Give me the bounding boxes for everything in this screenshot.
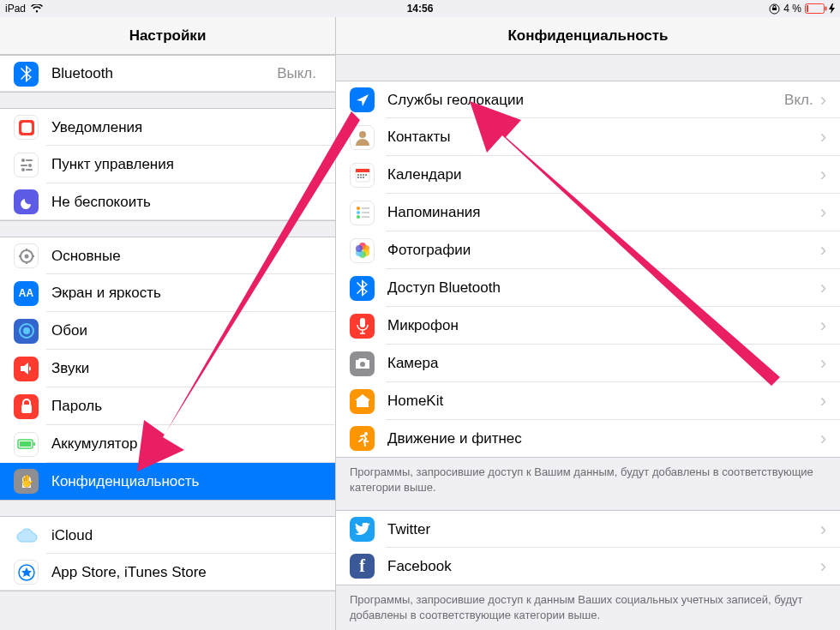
chevron-right-icon: › (820, 128, 826, 147)
svg-rect-11 (26, 169, 33, 171)
svg-text:✋: ✋ (19, 474, 34, 489)
svg-rect-31 (360, 174, 362, 176)
group-footer: Программы, запросившие доступ к данным В… (336, 585, 840, 622)
row-label: Обои (51, 322, 321, 339)
sidebar-item-notifications[interactable]: Уведомления (0, 108, 335, 146)
battery-percent: 4 % (783, 3, 801, 15)
detail-item-facebook[interactable]: f Facebook › (336, 548, 840, 585)
sidebar-item-display[interactable]: AA Экран и яркость (0, 274, 335, 312)
svg-rect-33 (365, 174, 367, 176)
chevron-right-icon: › (820, 203, 826, 222)
sidebar-item-dnd[interactable]: Не беспокоить (0, 183, 335, 221)
chevron-right-icon: › (820, 91, 826, 110)
svg-rect-3 (825, 7, 827, 11)
svg-rect-42 (362, 216, 369, 218)
photos-icon (350, 238, 375, 263)
chevron-right-icon: › (820, 241, 826, 260)
wifi-icon (31, 4, 43, 13)
detail-nav: Конфиденциальность (336, 17, 840, 55)
icloud-icon (14, 523, 39, 548)
svg-point-19 (23, 327, 30, 334)
detail-item-location[interactable]: Службы геолокации Вкл. › (336, 81, 840, 118)
detail-item-twitter[interactable]: Twitter › (336, 510, 840, 548)
row-label: Facebook (387, 558, 820, 575)
svg-point-6 (21, 159, 25, 162)
display-icon: AA (14, 281, 39, 306)
row-label: Контакты (387, 129, 820, 146)
svg-rect-35 (360, 177, 362, 178)
detail-item-reminders[interactable]: Напоминания › (336, 194, 840, 231)
facebook-icon: f (350, 554, 375, 579)
svg-point-13 (24, 254, 28, 258)
svg-rect-36 (363, 177, 364, 178)
appstore-icon (14, 560, 39, 585)
sounds-icon (14, 357, 39, 381)
sidebar-item-appstore[interactable]: App Store, iTunes Store (0, 554, 335, 591)
detail-item-contacts[interactable]: Контакты › (336, 118, 840, 156)
status-bar: iPad 14:56 4 % (0, 0, 840, 17)
row-label: Bluetooth (51, 65, 277, 82)
sidebar-item-passcode[interactable]: Пароль (0, 387, 335, 425)
svg-rect-29 (356, 169, 369, 172)
svg-rect-30 (357, 174, 359, 176)
detail-item-motion[interactable]: Движение и фитнес › (336, 420, 840, 458)
detail-item-microphone[interactable]: Микрофон › (336, 307, 840, 345)
svg-rect-34 (357, 177, 359, 178)
detail-item-photos[interactable]: Фотографии › (336, 231, 840, 269)
detail-item-camera[interactable]: Камера › (336, 345, 840, 382)
sidebar-item-wallpaper[interactable]: Обои (0, 312, 335, 350)
detail-item-homekit[interactable]: HomeKit › (336, 382, 840, 420)
row-label: Календари (387, 166, 820, 183)
svg-point-10 (21, 168, 25, 171)
sidebar-item-sounds[interactable]: Звуки (0, 350, 335, 387)
detail-item-calendars[interactable]: Календари › (336, 156, 840, 194)
sidebar-item-control-center[interactable]: Пункт управления (0, 146, 335, 183)
svg-point-8 (28, 164, 32, 167)
microphone-icon (350, 314, 375, 339)
sidebar-title: Настройки (129, 27, 207, 45)
twitter-icon (350, 517, 375, 542)
bluetooth-icon (14, 62, 39, 87)
row-label: Не беспокоить (51, 194, 321, 211)
bluetooth-share-icon (350, 276, 375, 301)
dnd-icon (14, 189, 39, 214)
svg-rect-49 (360, 318, 365, 327)
row-label: HomeKit (387, 393, 820, 410)
camera-icon (350, 351, 375, 376)
row-label: Напоминания (387, 204, 820, 221)
group-footer: Программы, запросившие доступ к Вашим да… (336, 458, 840, 495)
general-icon (14, 243, 39, 268)
location-icon (350, 87, 375, 112)
battery-icon (805, 3, 835, 14)
sidebar-item-privacy[interactable]: ✋ Конфиденциальность (0, 463, 335, 501)
settings-sidebar: Настройки Bluetooth Выкл. Уведомления Пу… (0, 17, 336, 630)
calendar-icon (350, 163, 375, 188)
svg-point-50 (360, 362, 365, 367)
chevron-right-icon: › (820, 557, 826, 576)
battery-icon (14, 432, 39, 457)
privacy-icon: ✋ (14, 469, 39, 494)
detail-title: Конфиденциальность (507, 27, 668, 45)
row-label: Доступ Bluetooth (387, 279, 820, 297)
orientation-lock-icon (769, 3, 780, 15)
svg-rect-41 (362, 212, 369, 213)
chevron-right-icon: › (820, 354, 826, 373)
row-label: Камера (387, 355, 820, 372)
detail-item-bt-sharing[interactable]: Доступ Bluetooth › (336, 269, 840, 307)
sidebar-item-bluetooth[interactable]: Bluetooth Выкл. (0, 55, 335, 93)
svg-point-39 (357, 215, 360, 219)
svg-rect-20 (21, 405, 32, 413)
row-label: Уведомления (51, 119, 321, 136)
svg-rect-23 (33, 442, 35, 446)
svg-rect-9 (21, 165, 27, 166)
chevron-right-icon: › (820, 165, 826, 184)
chevron-right-icon: › (820, 316, 826, 335)
svg-rect-2 (807, 5, 808, 12)
svg-point-27 (359, 131, 366, 138)
sidebar-item-icloud[interactable]: iCloud (0, 516, 335, 554)
wallpaper-icon (14, 319, 39, 344)
sidebar-item-general[interactable]: Основные (0, 237, 335, 274)
sidebar-item-battery[interactable]: Аккумулятор (0, 425, 335, 463)
row-label: Движение и фитнес (387, 430, 820, 447)
row-label: Экран и яркость (51, 285, 321, 302)
